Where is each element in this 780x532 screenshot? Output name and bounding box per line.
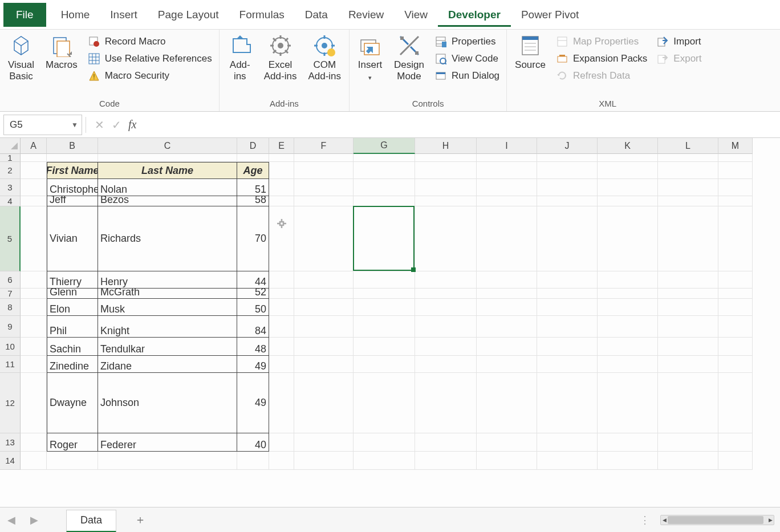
cell[interactable]	[354, 154, 415, 162]
cell[interactable]	[598, 271, 658, 289]
cell[interactable]	[415, 373, 477, 433]
cell[interactable]	[537, 162, 598, 179]
com-addins-button[interactable]: COM Add-ins	[304, 33, 344, 83]
cell[interactable]	[477, 316, 537, 338]
cell[interactable]	[98, 452, 237, 470]
cell[interactable]	[598, 289, 658, 299]
cell[interactable]	[477, 271, 537, 289]
row-header-8[interactable]: 8	[0, 299, 21, 316]
cell[interactable]	[21, 338, 47, 356]
cell[interactable]	[354, 433, 415, 452]
cell[interactable]	[598, 316, 658, 338]
cell[interactable]	[415, 162, 477, 179]
tab-review[interactable]: Review	[338, 3, 394, 27]
cell[interactable]	[537, 179, 598, 196]
cell[interactable]	[718, 162, 753, 179]
cell[interactable]	[415, 179, 477, 196]
addins-button[interactable]: Add- ins	[224, 33, 256, 83]
cell[interactable]	[477, 356, 537, 373]
cell[interactable]	[477, 206, 537, 271]
cell[interactable]	[354, 356, 415, 373]
row-header-12[interactable]: 12	[0, 373, 21, 433]
cell[interactable]	[21, 196, 47, 206]
cell[interactable]	[354, 271, 415, 289]
chevron-down-icon[interactable]: ▼	[71, 121, 78, 129]
column-header-L[interactable]: L	[658, 138, 718, 154]
cell[interactable]	[537, 299, 598, 316]
cell[interactable]	[598, 196, 658, 206]
cell[interactable]	[718, 206, 753, 271]
cell[interactable]: McGrath	[98, 289, 237, 299]
cell[interactable]	[237, 452, 269, 470]
cell[interactable]: 50	[237, 299, 269, 316]
row-header-3[interactable]: 3	[0, 179, 21, 196]
cell[interactable]	[354, 338, 415, 356]
cell[interactable]	[718, 338, 753, 356]
cell[interactable]	[658, 316, 718, 338]
cell[interactable]	[477, 373, 537, 433]
cell[interactable]	[415, 154, 477, 162]
row-header-2[interactable]: 2	[0, 162, 21, 179]
cell[interactable]: 52	[237, 289, 269, 299]
cell[interactable]	[21, 289, 47, 299]
cell[interactable]: 44	[237, 271, 269, 289]
cell[interactable]	[47, 452, 98, 470]
cell[interactable]: Richards	[98, 206, 237, 271]
cell[interactable]	[477, 289, 537, 299]
source-button[interactable]: Source	[511, 33, 549, 72]
cell[interactable]: Christopher	[47, 179, 98, 196]
macros-button[interactable]: Macros	[42, 33, 81, 72]
cell[interactable]	[294, 271, 354, 289]
cell[interactable]	[537, 433, 598, 452]
cell[interactable]	[718, 179, 753, 196]
cell[interactable]	[269, 356, 294, 373]
row-header-9[interactable]: 9	[0, 316, 21, 338]
cell[interactable]	[294, 196, 354, 206]
view-code-button[interactable]: View Code	[432, 51, 502, 66]
cell[interactable]	[537, 373, 598, 433]
cell[interactable]	[658, 154, 718, 162]
cell[interactable]	[354, 316, 415, 338]
cell[interactable]	[294, 373, 354, 433]
cell[interactable]	[718, 356, 753, 373]
cell[interactable]	[269, 373, 294, 433]
column-header-E[interactable]: E	[269, 138, 294, 154]
tab-developer[interactable]: Developer	[438, 3, 511, 27]
cell[interactable]	[237, 154, 269, 162]
cell[interactable]	[415, 338, 477, 356]
cell[interactable]	[415, 316, 477, 338]
cell[interactable]	[415, 289, 477, 299]
cell[interactable]: 48	[237, 338, 269, 356]
use-relative-refs-button[interactable]: Use Relative References	[86, 51, 214, 66]
cell[interactable]	[477, 154, 537, 162]
cell[interactable]	[658, 206, 718, 271]
cell[interactable]: Johnson	[98, 373, 237, 433]
column-header-D[interactable]: D	[237, 138, 269, 154]
cell[interactable]: 40	[237, 433, 269, 452]
cell[interactable]: Jeff	[47, 196, 98, 206]
tab-file[interactable]: File	[3, 3, 46, 27]
cell[interactable]	[354, 299, 415, 316]
cell[interactable]: Bezos	[98, 196, 237, 206]
cell[interactable]	[47, 154, 98, 162]
cell[interactable]	[269, 271, 294, 289]
cell[interactable]	[269, 162, 294, 179]
cell[interactable]	[354, 206, 415, 271]
cell[interactable]: Glenn	[47, 289, 98, 299]
cell[interactable]	[21, 154, 47, 162]
cell[interactable]: Nolan	[98, 179, 237, 196]
cell[interactable]	[658, 452, 718, 470]
cell[interactable]	[21, 452, 47, 470]
cell[interactable]	[269, 299, 294, 316]
cell[interactable]	[21, 206, 47, 271]
cell[interactable]: Knight	[98, 316, 237, 338]
cell[interactable]: Roger	[47, 433, 98, 452]
tab-power-pivot[interactable]: Power Pivot	[511, 3, 589, 27]
cell[interactable]	[537, 206, 598, 271]
cell[interactable]	[718, 289, 753, 299]
cell[interactable]	[269, 289, 294, 299]
formula-input[interactable]	[140, 115, 780, 135]
cell[interactable]	[294, 179, 354, 196]
run-dialog-button[interactable]: Run Dialog	[432, 68, 502, 83]
cell[interactable]: Elon	[47, 299, 98, 316]
